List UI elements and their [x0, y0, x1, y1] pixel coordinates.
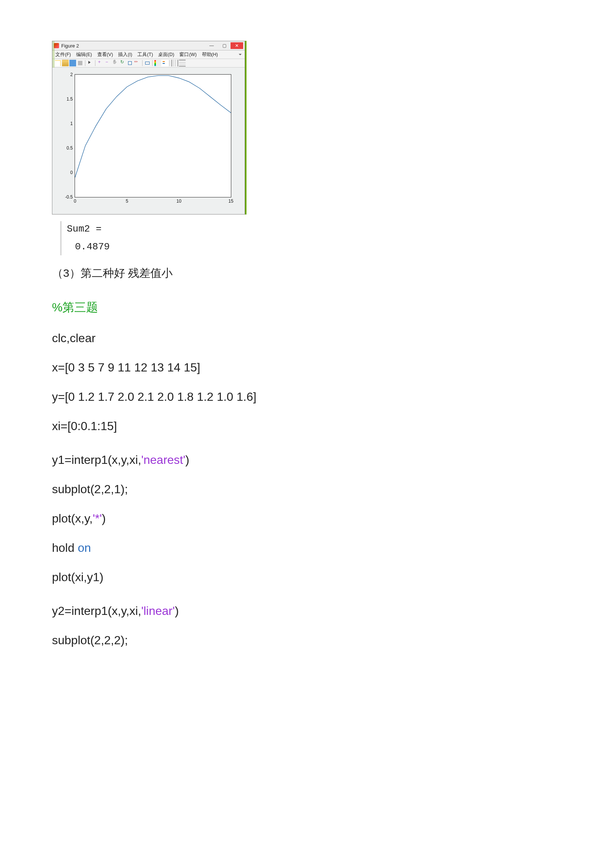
ytick: 2: [70, 72, 73, 77]
menu-tools[interactable]: 工具(T): [137, 51, 153, 58]
ytick: 1: [70, 121, 73, 126]
brush-icon[interactable]: [134, 60, 141, 67]
edit-plot-icon[interactable]: [87, 60, 93, 67]
ytick: -0.5: [65, 194, 73, 200]
code-line: y=[0 1.2 1.7 2.0 2.1 2.0 1.8 1.2 1.0 1.6…: [52, 390, 562, 404]
xtick: 15: [228, 198, 233, 204]
code-line: x=[0 3 5 7 9 11 12 13 14 15]: [52, 361, 562, 374]
menu-file[interactable]: 文件(F): [55, 51, 71, 58]
code-comment: %第三题: [52, 301, 98, 314]
command-output: Sum2 = 0.4879: [60, 221, 562, 255]
code-line: plot(xi,y1): [52, 570, 562, 584]
axes-area: -0.5 0 0.5 1 1.5 2 0 5 10 15: [52, 68, 245, 214]
code-line: y2=interp1(x,y,xi,'linear'): [52, 604, 562, 618]
open-file-icon[interactable]: [62, 60, 69, 67]
legend-icon[interactable]: [161, 60, 168, 67]
link-plot-icon[interactable]: [144, 60, 151, 67]
menu-edit[interactable]: 编辑(E): [76, 51, 92, 58]
code-line: subplot(2,2,2);: [52, 634, 562, 647]
save-icon[interactable]: [70, 60, 76, 67]
menu-desktop[interactable]: 桌面(D): [158, 51, 174, 58]
code-line: subplot(2,2,1);: [52, 482, 562, 496]
output-var: Sum2 =: [67, 223, 562, 234]
figure-window: Figure 2 — ▢ ✕ 文件(F) 编辑(E) 查看(V) 插入(I) 工…: [52, 41, 245, 214]
zoom-out-icon[interactable]: [104, 60, 111, 67]
output-value: 0.4879: [67, 234, 562, 252]
hide-tools-icon[interactable]: [172, 60, 178, 67]
zoom-in-icon[interactable]: [97, 60, 104, 67]
menu-help[interactable]: 帮助(H): [202, 51, 218, 58]
menu-insert[interactable]: 插入(I): [118, 51, 132, 58]
colorbar-icon[interactable]: [154, 60, 161, 67]
ytick: 1.5: [67, 96, 73, 102]
page: Figure 2 — ▢ ✕ 文件(F) 编辑(E) 查看(V) 插入(I) 工…: [0, 0, 614, 868]
matlab-icon: [54, 43, 59, 48]
line-plot: [75, 74, 231, 197]
code-block: %第三题 clc,clear x=[0 3 5 7 9 11 12 13 14 …: [52, 299, 562, 647]
code-line: hold on: [52, 541, 562, 555]
paragraph-3: （3）第二种好 残差值小: [52, 266, 562, 281]
menu-window[interactable]: 窗口(W): [179, 51, 196, 58]
toolbar: [52, 59, 245, 68]
ytick: 0.5: [67, 146, 73, 151]
window-title: Figure 2: [61, 43, 79, 49]
menubar: 文件(F) 编辑(E) 查看(V) 插入(I) 工具(T) 桌面(D) 窗口(W…: [52, 50, 245, 59]
axes[interactable]: -0.5 0 0.5 1 1.5 2 0 5 10 15: [74, 74, 231, 197]
print-icon[interactable]: [77, 60, 84, 67]
code-line: xi=[0:0.1:15]: [52, 419, 562, 433]
data-cursor-icon[interactable]: [127, 60, 133, 67]
code-line: clc,clear: [52, 332, 562, 345]
maximize-button[interactable]: ▢: [218, 42, 231, 49]
ytick: 0: [70, 170, 73, 175]
rotate3d-icon[interactable]: [119, 60, 126, 67]
code-line: y1=interp1(x,y,xi,'nearest'): [52, 453, 562, 467]
pan-icon[interactable]: [112, 60, 118, 67]
xtick: 0: [74, 198, 76, 204]
dock-icon[interactable]: [179, 60, 186, 67]
xtick: 5: [126, 198, 129, 204]
code-line: plot(x,y,'*'): [52, 512, 562, 525]
menu-overflow-icon[interactable]: [239, 54, 242, 55]
new-figure-icon[interactable]: [54, 60, 61, 67]
xtick: 10: [176, 198, 181, 204]
menu-view[interactable]: 查看(V): [97, 51, 113, 58]
minimize-button[interactable]: —: [205, 42, 218, 49]
titlebar: Figure 2 — ▢ ✕: [52, 41, 245, 50]
close-button[interactable]: ✕: [231, 42, 243, 49]
